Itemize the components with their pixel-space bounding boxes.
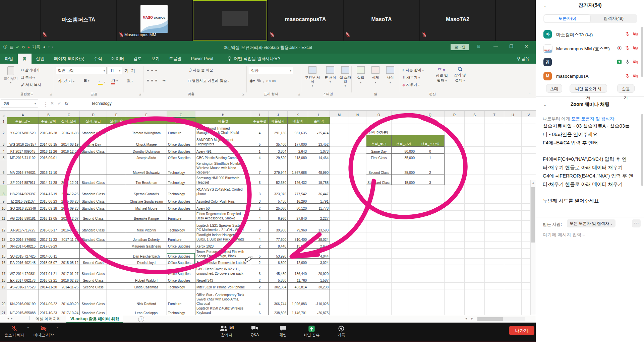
row-header[interactable]: 2 [0,124,7,135]
cell-D4[interactable]: Standard Class [80,147,107,154]
cell-D16[interactable]: Second Class [80,259,107,265]
cell-H12[interactable]: Logitech LS21 Speaker System -PC Multime… [195,221,251,232]
cell-A11[interactable]: AG-2016-590181 [7,211,39,221]
cell-A16[interactable]: RA-2016-402148 [7,259,39,265]
cell-C7[interactable]: 2014-12-01 [58,175,80,185]
cell-K6[interactable]: 1,567,686 [288,160,308,175]
cell-K4[interactable]: 2,643 [288,147,308,154]
cell-B3[interactable]: 2014-08-15 [39,135,58,147]
cell-N19[interactable] [349,283,366,289]
login-button[interactable]: 로그인 [451,44,469,50]
cell-D21[interactable]: Standard Class [80,306,107,315]
cell-E15[interactable] [107,249,126,259]
cell-O2[interactable]: [선적 단가표] [366,124,392,135]
cell-F13[interactable]: Jonathan Doherty [126,232,167,242]
row-header[interactable]: 21 [0,306,7,315]
cell-B19[interactable]: 2014-11-20 [39,283,58,289]
sheet-nav-icons[interactable]: ◂ ▸ [7,317,13,320]
row-header[interactable]: 1 [0,117,7,124]
cell-P20[interactable] [392,289,416,306]
cell-B17[interactable]: 2017-01-21 [39,265,58,276]
cell-I5[interactable]: 4 [251,154,269,160]
cell-R1[interactable] [445,117,465,124]
cell-B14[interactable]: 2017-09-29 [39,242,58,249]
cell-T14[interactable] [485,242,504,249]
cell-T6[interactable] [485,160,504,175]
cell-M21[interactable] [330,306,349,315]
cell-E20[interactable] [107,289,126,306]
cell-D9[interactable]: Standard Class [80,196,107,204]
cell-N4[interactable] [349,147,366,154]
cell-M10[interactable] [330,204,349,211]
phonetic-icon[interactable]: 둸 ▾ [127,78,133,83]
cell-D5[interactable] [80,154,107,160]
cell-K8[interactable]: 777,542 [288,185,308,196]
cell-H20[interactable]: Office Star - Contemporary TaskSwivel ch… [195,289,251,306]
video-tile[interactable]: 마소캠퍼스TA [41,0,116,41]
cell-A2[interactable]: YX-2017-801520 [7,124,39,135]
cell-K19[interactable]: 483,814 [288,283,308,289]
cell-U8[interactable] [504,185,522,196]
cell-E9[interactable] [107,196,126,204]
cell-F11[interactable]: Berenike Kampe [126,211,167,221]
ribbon-tab-도움말[interactable]: 도움말 [164,54,186,64]
cell-E18[interactable] [107,276,126,283]
cell-A5[interactable]: MF-2016-741102 [7,154,39,160]
cell-C19[interactable]: 2014-11-25 [58,283,80,289]
cell-F1[interactable] [126,117,167,124]
cell-C20[interactable]: 2014-09-29 [58,289,80,306]
cell-B11[interactable]: 2016-12-05 [39,211,58,221]
cell-A4[interactable]: KT-2017-009045 [7,147,39,154]
cell-Q12[interactable] [416,221,445,232]
cell-O13[interactable] [366,232,392,242]
cell-J4[interactable]: 3,304 [269,147,288,154]
cell-R19[interactable] [445,283,465,289]
cell-I12[interactable]: 2 [251,221,269,232]
cell-T9[interactable] [485,196,504,204]
cell-M3[interactable] [330,135,349,147]
cell-H11[interactable]: Eldon Regeneration RecycledDesk Accessor… [195,211,251,221]
cell-V1[interactable] [522,117,536,124]
cell-D3[interactable]: Same Day [80,135,107,147]
cell-G2[interactable]: Furniture [167,124,195,135]
cell-K14[interactable]: 13,517 [288,242,308,249]
cell-F14[interactable]: Maureen Gastineau [126,242,167,249]
cell-C5[interactable] [58,154,80,160]
formula-value[interactable]: Technology [91,99,112,108]
cell-I16[interactable]: 2 [251,259,269,265]
number-launcher-icon[interactable]: ⇲ [298,93,300,96]
cell-B5[interactable]: 2016-09-01 [39,154,58,160]
cell-C10[interactable]: 2015-09-23 [58,204,80,211]
column-header-R[interactable]: R [445,111,465,117]
column-header-V[interactable]: V [522,111,536,117]
row-header[interactable]: 20 [0,289,7,306]
column-header-L[interactable]: L [308,111,330,117]
cell-M5[interactable] [330,154,349,160]
cell-N15[interactable] [349,249,366,259]
cell-U19[interactable] [504,283,522,289]
row-header[interactable]: 14 [0,242,7,249]
cell-A20[interactable]: KN-2016-096199 [7,289,39,306]
participant-row[interactable]: MmasocampusTA [536,69,644,83]
cell-Q14[interactable] [416,242,445,249]
cell-V2[interactable] [522,124,536,135]
cell-O16[interactable] [366,259,392,265]
cell-K3[interactable]: 177,000 [288,135,308,147]
ribbon-tab-수식[interactable]: 수식 [89,54,107,64]
cell-B15[interactable]: 2014-08-11 [39,249,58,259]
cell-O3[interactable]: 선적_등급 [366,135,392,147]
ribbon-tab-삽입[interactable]: 삽입 [32,54,49,64]
cell-D20[interactable]: Standard Class [80,289,107,306]
cell-T1[interactable] [485,117,504,124]
cell-R14[interactable] [445,242,465,249]
cell-T11[interactable] [485,211,504,221]
cell-I13[interactable]: 4 [251,232,269,242]
cell-U7[interactable] [504,175,522,185]
cell-F20[interactable]: Nick Radford [126,289,167,306]
cell-J12[interactable]: 39,980 [269,221,288,232]
cell-E2[interactable] [107,124,126,135]
cell-S8[interactable] [465,185,485,196]
cell-E17[interactable] [107,265,126,276]
autosum-button[interactable]: Σ 자동 합계 ▾ [402,68,424,73]
cell-Q4[interactable]: 0 [416,147,445,154]
